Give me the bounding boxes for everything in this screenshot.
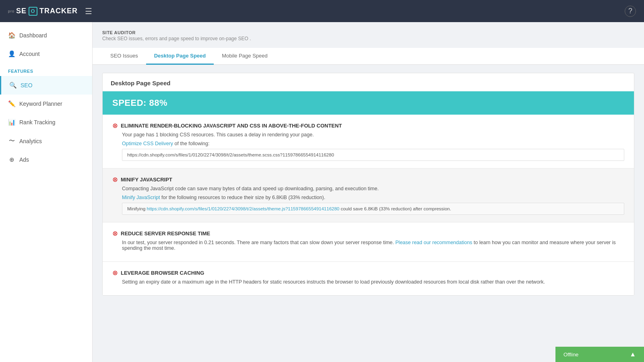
sidebar-item-label: Ads <box>19 156 29 163</box>
optimize-css-link[interactable]: Optimize CSS Delivery <box>122 141 173 146</box>
error-icon: ⊗ <box>112 176 118 183</box>
sidebar-item-label: Account <box>19 51 40 57</box>
issue-title: ⊗ REDUCE SERVER RESPONSE TIME <box>112 230 624 237</box>
logo-se-text: SE <box>16 7 27 15</box>
sidebar: 🏠 Dashboard 👤 Account FEATURES 🔍 SEO ✏️ … <box>0 22 93 362</box>
issue-title: ⊗ MINIFY JAVASCRIPT <box>112 176 624 183</box>
account-icon: 👤 <box>8 50 15 58</box>
top-navigation: pro SE O TRACKER ☰ ? <box>0 0 644 22</box>
main-layout: 🏠 Dashboard 👤 Account FEATURES 🔍 SEO ✏️ … <box>0 22 644 362</box>
issue-description: Compacting JavaScript code can save many… <box>122 186 624 191</box>
issue-action-suffix: of the following: <box>173 141 209 146</box>
offline-label: Offline <box>564 352 578 358</box>
content-card-title: Desktop Page Speed <box>103 73 634 91</box>
error-icon: ⊗ <box>112 122 118 130</box>
analytics-icon: 〜 <box>8 137 15 145</box>
issue-title-text: REDUCE SERVER RESPONSE TIME <box>121 230 210 237</box>
page-header: SITE AUDITOR Check SEO issues, errors an… <box>102 30 634 41</box>
sidebar-item-account[interactable]: 👤 Account <box>0 45 92 63</box>
sidebar-item-label: Keyword Planner <box>19 101 62 107</box>
issue-title: ⊗ ELIMINATE RENDER-BLOCKING JAVASCRIPT A… <box>112 122 624 130</box>
issue-render-blocking: ⊗ ELIMINATE RENDER-BLOCKING JAVASCRIPT A… <box>103 115 634 169</box>
sidebar-item-label: SEO <box>21 82 33 88</box>
ads-icon: ⊕ <box>8 156 15 163</box>
help-button[interactable]: ? <box>625 6 636 17</box>
main-content: SITE AUDITOR Check SEO issues, errors an… <box>93 22 644 362</box>
logo-pro-label: pro <box>8 9 14 13</box>
sidebar-item-ads[interactable]: ⊕ Ads <box>0 150 92 169</box>
issue-server-response: ⊗ REDUCE SERVER RESPONSE TIME In our tes… <box>103 222 634 262</box>
sidebar-item-label: Dashboard <box>19 32 47 39</box>
error-icon: ⊗ <box>112 230 118 237</box>
issue-action-suffix: for the following resources to reduce th… <box>160 195 325 200</box>
sidebar-item-seo[interactable]: 🔍 SEO <box>0 76 92 95</box>
logo: pro SE O TRACKER <box>8 7 78 16</box>
issue-title-text: LEVERAGE BROWSER CACHING <box>121 270 204 276</box>
tab-desktop-page-speed[interactable]: Desktop Page Speed <box>146 48 214 65</box>
tab-mobile-page-speed[interactable]: Mobile Page Speed <box>214 48 275 65</box>
issue-minify-js: ⊗ MINIFY JAVASCRIPT Compacting JavaScrip… <box>103 169 634 222</box>
logo-o-icon: O <box>29 7 37 16</box>
sidebar-item-label: Rank Tracking <box>19 119 55 125</box>
page-title: SITE AUDITOR <box>102 30 634 35</box>
issue-action: Optimize CSS Delivery of the following: <box>122 141 624 146</box>
logo-tracker-text: TRACKER <box>39 7 78 15</box>
issue-url-box: https://cdn.shopify.com/s/files/1/0120/2… <box>122 149 624 161</box>
minify-url-link[interactable]: https://cdn.shopify.com/s/files/1/0120/2… <box>147 206 340 211</box>
chevron-up-icon: ▲ <box>630 351 636 358</box>
sidebar-item-rank-tracking[interactable]: 📊 Rank Tracking <box>0 113 92 132</box>
issue-description: Setting an expiry date or a maximum age … <box>122 279 624 285</box>
issue-description: Your page has 1 blocking CSS resources. … <box>122 132 624 138</box>
issue-title: ⊗ LEVERAGE BROWSER CACHING <box>112 269 624 277</box>
issue-description: In our test, your server responded in 0.… <box>122 240 624 251</box>
sidebar-item-dashboard[interactable]: 🏠 Dashboard <box>0 26 92 45</box>
page-subtitle: Check SEO issues, errors and page speed … <box>102 36 634 41</box>
issue-browser-caching: ⊗ LEVERAGE BROWSER CACHING Setting an ex… <box>103 262 634 295</box>
hamburger-menu-icon[interactable]: ☰ <box>85 6 92 16</box>
search-icon: 🔍 <box>9 82 17 89</box>
issue-action: Minify JavaScript for the following reso… <box>122 195 624 200</box>
content-card: Desktop Page Speed SPEED: 88% ⊗ ELIMINAT… <box>102 73 634 296</box>
features-section-label: FEATURES <box>0 63 92 76</box>
minify-js-link[interactable]: Minify JavaScript <box>122 195 160 200</box>
sidebar-item-analytics[interactable]: 〜 Analytics <box>0 132 92 150</box>
edit-icon: ✏️ <box>8 100 15 107</box>
sidebar-item-label: Analytics <box>19 138 42 144</box>
tab-seo-issues[interactable]: SEO Issues <box>102 48 146 65</box>
error-icon: ⊗ <box>112 269 118 277</box>
issue-url-box-minify: Minifying https://cdn.shopify.com/s/file… <box>122 203 624 215</box>
recommendations-link[interactable]: Please read our recommendations <box>395 240 472 245</box>
home-icon: 🏠 <box>8 32 15 39</box>
chart-icon: 📊 <box>8 119 15 126</box>
sidebar-item-keyword-planner[interactable]: ✏️ Keyword Planner <box>0 95 92 113</box>
issue-title-text: ELIMINATE RENDER-BLOCKING JAVASCRIPT AND… <box>121 123 342 129</box>
tab-bar: SEO Issues Desktop Page Speed Mobile Pag… <box>93 48 644 65</box>
offline-badge[interactable]: Offline ▲ <box>555 347 644 362</box>
issue-title-text: MINIFY JAVASCRIPT <box>121 177 172 183</box>
speed-header: SPEED: 88% <box>103 91 634 115</box>
